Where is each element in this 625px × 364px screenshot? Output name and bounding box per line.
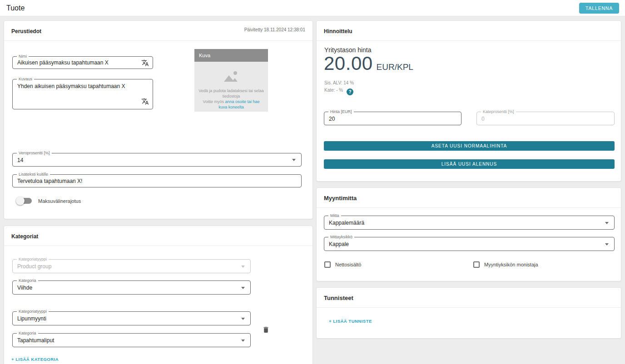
basic-info-card: Perustiedot Päivitetty 18.11.2024 12:38:… bbox=[4, 20, 313, 219]
category-value-2: Tapahtumaliput bbox=[17, 337, 238, 344]
description-field-label: Kuvaus bbox=[17, 77, 34, 82]
dropdown-caret-icon bbox=[241, 318, 245, 320]
pricing-title: Hinnoittelu bbox=[324, 28, 352, 34]
tax-percent-value: 14 bbox=[17, 157, 289, 163]
image-uploader[interactable]: Kuva Vedä ja pudota ladataksesi tai sela… bbox=[194, 49, 268, 112]
net-content-label: Nettosisältö bbox=[335, 262, 361, 267]
category-type-label-2: Kategoriatyyppi bbox=[17, 309, 49, 314]
payment-restriction-label: Maksuvälinerajotus bbox=[38, 198, 81, 204]
margin-percent-label: Kateprosentti [%] bbox=[481, 109, 516, 114]
dropdown-caret-icon bbox=[605, 243, 609, 246]
translate-name-button[interactable] bbox=[141, 59, 149, 67]
translate-description-button[interactable] bbox=[141, 98, 149, 105]
translate-icon bbox=[141, 59, 149, 67]
category-type-select-2[interactable]: Kategoriatyyppi Lipunmyynti bbox=[12, 311, 251, 325]
margin-line: Kate: - %? bbox=[324, 88, 353, 95]
price-input[interactable] bbox=[329, 116, 451, 122]
translate-icon bbox=[141, 98, 149, 105]
dropzone-alt-prefix: Voitte myös bbox=[203, 99, 225, 104]
unit-label: Mittayksikkö bbox=[328, 235, 354, 240]
margin-text: Kate: - % bbox=[324, 88, 343, 93]
left-column: Perustiedot Päivitetty 18.11.2024 12:38:… bbox=[4, 20, 313, 364]
price-value: 20.00 bbox=[324, 53, 373, 74]
set-normal-price-button[interactable]: ASETA UUSI NORMAALIHINTA bbox=[324, 141, 615, 151]
basic-info-card-header: Perustiedot Päivitetty 18.11.2024 12:38:… bbox=[4, 21, 312, 41]
dropzone-text: Vedä ja pudota ladataksesi tai selaa tie… bbox=[198, 89, 264, 98]
sales-measure-title: Myyntimitta bbox=[324, 195, 357, 202]
name-input[interactable] bbox=[13, 57, 135, 68]
unit-value: Kappale bbox=[329, 241, 602, 247]
sales-measure-card-header: Myyntimitta bbox=[317, 188, 621, 208]
category-select-2[interactable]: Kategoria Tapahtumaliput bbox=[12, 333, 251, 347]
unit-multiplier-checkbox[interactable] bbox=[473, 261, 480, 268]
measure-select[interactable]: Mitta Kappalemäärä bbox=[324, 216, 615, 230]
payment-restriction-toggle[interactable] bbox=[17, 198, 32, 204]
right-column: Hinnoittelu Yritystason hinta 20.00EUR/K… bbox=[316, 20, 621, 339]
trash-icon bbox=[262, 326, 270, 334]
image-url-link[interactable]: anna osoite tai hae kuva koneelta bbox=[218, 99, 259, 109]
vat-line: Sis. ALV: 14 % bbox=[324, 80, 354, 85]
top-bar: Tuote TALLENNA bbox=[0, 0, 625, 16]
tags-title: Tunnisteet bbox=[324, 295, 353, 301]
name-field: Nimi bbox=[12, 56, 153, 69]
categories-title: Kategoriat bbox=[11, 233, 38, 240]
toggle-thumb bbox=[16, 197, 25, 205]
price-field: Hinta [EUR] bbox=[324, 112, 461, 125]
tags-card-header: Tunnisteet bbox=[317, 288, 621, 308]
dropdown-caret-icon bbox=[241, 287, 245, 289]
categories-card: Kategoriat Kategoriatyyppi Product group… bbox=[4, 226, 313, 364]
category-value-1: Viihde bbox=[17, 285, 238, 291]
tags-card: Tunnisteet + LISÄÄ TUNNISTE bbox=[316, 287, 621, 339]
category-label-2: Kategoria bbox=[17, 331, 38, 336]
price-field-label: Hinta [EUR] bbox=[328, 109, 354, 114]
sales-measure-card: Myyntimitta Mitta Kappalemäärä Mittayksi… bbox=[316, 187, 621, 281]
unit-select[interactable]: Mittayksikkö Kappale bbox=[324, 237, 615, 251]
main-content: Perustiedot Päivitetty 18.11.2024 12:38:… bbox=[0, 16, 625, 364]
page-title: Tuote bbox=[6, 4, 25, 12]
unit-multiplier-label: Myyntiyksikön monistaja bbox=[484, 262, 538, 267]
payment-restriction-row: Maksuvälinerajotus bbox=[17, 198, 81, 204]
measure-label: Mitta bbox=[328, 213, 341, 218]
image-uploader-header: Kuva bbox=[194, 49, 268, 62]
description-input[interactable]: Yhden aikuisen pääsymaksu tapahtumaan X bbox=[17, 83, 144, 97]
tax-percent-select[interactable]: Veroprosentti [%] 14 bbox=[12, 153, 302, 167]
dropdown-caret-icon bbox=[241, 339, 245, 342]
image-dropzone[interactable]: Vedä ja pudota ladataksesi tai selaa tie… bbox=[194, 62, 268, 112]
receipt-text-field: Lisäteksti kuitille bbox=[12, 174, 302, 187]
add-category-button[interactable]: + LISÄÄ KATEGORIA bbox=[11, 357, 59, 362]
dropzone-instructions: Vedä ja pudota ladataksesi tai selaa tie… bbox=[194, 85, 268, 110]
category-label-1: Kategoria bbox=[17, 278, 38, 283]
categories-card-header: Kategoriat bbox=[4, 226, 312, 246]
image-placeholder-icon bbox=[222, 70, 240, 84]
pricing-card: Hinnoittelu Yritystason hinta 20.00EUR/K… bbox=[316, 20, 621, 182]
category-type-value-2: Lipunmyynti bbox=[17, 315, 238, 322]
dropdown-caret-icon bbox=[241, 266, 245, 268]
description-field: Kuvaus Yhden aikuisen pääsymaksu tapahtu… bbox=[12, 79, 153, 109]
receipt-text-label: Lisäteksti kuitille bbox=[17, 172, 50, 177]
price-unit: EUR/KPL bbox=[377, 62, 413, 72]
measure-value: Kappalemäärä bbox=[329, 220, 602, 226]
add-discount-button[interactable]: LISÄÄ UUSI ALENNUS bbox=[324, 159, 615, 169]
save-button[interactable]: TALLENNA bbox=[579, 3, 619, 14]
price-display: 20.00EUR/KPL bbox=[324, 53, 413, 74]
category-type-value-1: Product group bbox=[17, 263, 238, 270]
margin-percent-field: Kateprosentti [%] bbox=[476, 112, 615, 125]
category-type-label-1: Kategoriatyyppi bbox=[17, 257, 49, 262]
category-select-1[interactable]: Kategoria Viihde bbox=[12, 280, 251, 295]
net-content-checkbox-row[interactable]: Nettosisältö bbox=[324, 261, 361, 268]
net-content-checkbox[interactable] bbox=[324, 261, 331, 268]
receipt-text-input[interactable] bbox=[17, 178, 290, 184]
unit-multiplier-checkbox-row[interactable]: Myyntiyksikön monistaja bbox=[473, 261, 538, 268]
basic-info-title: Perustiedot bbox=[11, 28, 41, 34]
pricing-card-header: Hinnoittelu bbox=[317, 21, 621, 41]
updated-timestamp: Päivitetty 18.11.2024 12:38:01 bbox=[244, 27, 305, 32]
margin-percent-input[interactable] bbox=[481, 116, 604, 122]
add-tag-button[interactable]: + LISÄÄ TUNNISTE bbox=[329, 319, 372, 324]
category-type-select-1[interactable]: Kategoriatyyppi Product group bbox=[12, 259, 251, 273]
help-icon[interactable]: ? bbox=[347, 89, 353, 95]
dropdown-caret-icon bbox=[292, 159, 296, 161]
dropdown-caret-icon bbox=[605, 222, 609, 224]
delete-category-button[interactable] bbox=[261, 325, 271, 334]
tax-percent-label: Veroprosentti [%] bbox=[17, 151, 52, 156]
